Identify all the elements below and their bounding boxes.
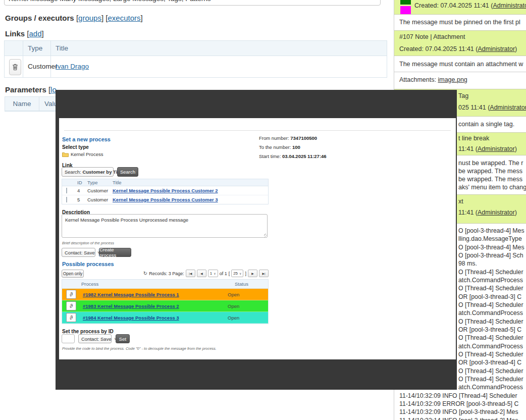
process-status: Open (226, 315, 268, 321)
page-of-text: of 1 (220, 271, 227, 276)
parameters-label: Parameters (5, 85, 46, 94)
groups-executors-label: Groups / executors (5, 14, 74, 22)
dialog-header-divider (64, 130, 451, 131)
attachments-row: Attachments: image.png (394, 72, 526, 89)
process-row: ϑ #1983 Kernel Message Possible Process … (62, 300, 268, 312)
administrator-link[interactable]: Administrator (478, 209, 515, 216)
row-checkbox[interactable] (66, 197, 67, 202)
links-table-header: TypeTitle (5, 41, 387, 56)
message-card: Created: 07.04.2025 11:41 (Administrator… (394, 0, 526, 15)
administrator-link[interactable]: Administrator (478, 45, 515, 52)
links-label: Links (5, 29, 25, 38)
link-process-button[interactable]: ϑ (66, 313, 76, 322)
call-info: From number: 7347100500 To the number: 1… (259, 135, 327, 163)
process-status: Open (226, 303, 268, 309)
log-line: 11-14/10:32:09 INFO [pool-3-thread-2] Me… (394, 408, 526, 416)
textarea-resize-handle[interactable] (264, 234, 268, 237)
message-text: The message must be pinned on the first … (399, 19, 520, 26)
message-text-fragment: contain a single tag. (458, 121, 514, 128)
message-text-fragment: nust be wrapped. The r (458, 159, 526, 167)
description-textarea[interactable]: Kernel Message Possible Process Unproces… (62, 214, 268, 238)
trash-icon (12, 64, 18, 71)
last-page-button[interactable]: ▶| (259, 270, 269, 277)
col-title: Title (111, 180, 268, 185)
link-result-row: 5 Customer Kernel Message Possible Proce… (62, 195, 268, 204)
possible-processes-title: Possible processes (62, 261, 114, 267)
chevron-down-icon: ∨ (239, 272, 241, 275)
message-card: The message must contain an attachment w (394, 56, 526, 72)
pagination-bar: ↻ Records: 3 Page: |◀ ◀ 1∨ of 1 [ 25∨ ] … (160, 269, 269, 278)
page-select[interactable]: 1∨ (208, 270, 218, 277)
contact-select-2[interactable]: Contact: Save ∨ (78, 334, 112, 343)
message-title-input[interactable] (4, 0, 381, 6)
process-link[interactable]: #1982 Kernel Message Possible Process 1 (83, 292, 179, 297)
set-button[interactable]: Set (116, 334, 130, 343)
row-id: 5 (75, 197, 85, 202)
type-item[interactable]: Kernel Process (62, 151, 103, 157)
links-table: TypeTitle CustomerIvan Drago (4, 40, 387, 78)
link-result-row: 4 Customer Kernel Message Possible Proce… (62, 186, 268, 195)
row-checkbox[interactable] (66, 188, 67, 193)
from-number-label: From number: (259, 135, 289, 141)
attachment-file-link[interactable]: image.png (438, 76, 467, 83)
link-type-cell: Customer (23, 56, 51, 77)
administrator-link[interactable]: Administrator (478, 145, 515, 152)
next-page-button[interactable]: ▶ (248, 270, 257, 277)
process-id-input[interactable] (62, 334, 75, 343)
link-table-header: ID Type Title (62, 179, 268, 186)
open-only-button[interactable]: Open only (62, 270, 84, 278)
log-line: 11-14/10:32:09 INFO [Thread-4] Scheduler (394, 392, 526, 400)
modal-overlay: Set a new process From number: 734710050… (56, 90, 457, 390)
process-status: Open (226, 292, 268, 297)
links-heading: Links [add] (5, 29, 44, 38)
links-col-type: Type (23, 41, 51, 56)
link-title-link[interactable]: Ivan Drago (56, 63, 89, 70)
administrator-link[interactable]: Administrator (490, 104, 526, 111)
to-number-label: To the number: (259, 144, 291, 150)
possible-processes-table: Process Status ϑ #1982 Kernel Message Po… (62, 279, 269, 324)
prev-page-button[interactable]: ◀ (197, 270, 206, 277)
set-process-dialog: Set a new process From number: 734710050… (59, 118, 456, 359)
links-col-title: Title (51, 41, 384, 56)
process-link[interactable]: #1984 Kernel Message Possible Process 3 (83, 315, 179, 321)
col-status: Status (233, 281, 268, 287)
groups-link[interactable]: groups (78, 14, 101, 22)
wrapped-text-lines: nust be wrapped. The rbe wrapped. The me… (458, 159, 526, 191)
message-card-title-fragment: Tag (458, 92, 468, 99)
search-select-label: Search: (65, 169, 81, 175)
chevron-down-icon: ∨ (214, 272, 216, 275)
executors-link[interactable]: executors (108, 14, 140, 22)
link-process-button[interactable]: ϑ (66, 301, 76, 310)
link-process-button[interactable]: ϑ (66, 290, 76, 299)
customer-link[interactable]: Kernel Message Possible Process Customer… (113, 188, 218, 193)
refresh-icon[interactable]: ↻ (143, 271, 147, 276)
contact-select[interactable]: Contact: Save ∨ (62, 248, 95, 257)
description-hint: Brief description of the process (62, 241, 114, 245)
process-row: ϑ #1984 Kernel Message Possible Process … (62, 312, 268, 324)
create-process-button[interactable]: Create process (99, 248, 131, 257)
administrator-link[interactable]: Administrator (493, 2, 526, 9)
search-button[interactable]: Search (117, 167, 138, 177)
process-table-header: Process Status (62, 280, 268, 289)
process-row: ϑ #1982 Kernel Message Possible Process … (62, 289, 268, 300)
select-type-label: Select type (62, 144, 89, 150)
col-process: Process (79, 281, 233, 287)
set-by-id-label: Set the process by ID (62, 329, 114, 334)
per-page-select[interactable]: 25∨ (231, 270, 243, 277)
customer-link[interactable]: Kernel Message Possible Process Customer… (113, 197, 218, 202)
process-link[interactable]: #1983 Kernel Message Possible Process 2 (83, 303, 179, 309)
attachments-label: Attachments: (399, 76, 438, 83)
start-time-label: Start time: (259, 153, 281, 159)
message-card-title: #107 Note | Attachment (399, 33, 465, 40)
to-number-value: 100 (292, 144, 300, 150)
delete-link-button[interactable] (9, 59, 21, 75)
first-page-button[interactable]: |◀ (186, 270, 195, 277)
message-card: #107 Note | Attachment Created: 07.04.20… (394, 30, 526, 56)
green-color-swatch (400, 0, 411, 5)
search-type-select[interactable]: Search: Customer by Title ∨ (62, 167, 114, 177)
row-type: Customer (85, 188, 111, 193)
links-table-row: CustomerIvan Drago (5, 56, 387, 77)
row-type: Customer (85, 197, 111, 202)
add-link[interactable]: add (29, 29, 42, 38)
link-icon: ϑ (70, 303, 73, 309)
